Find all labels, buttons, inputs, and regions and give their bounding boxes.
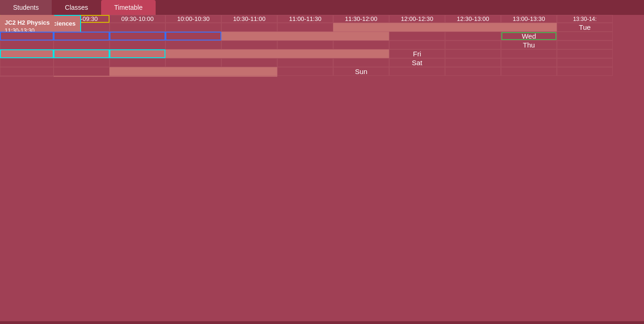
wed-cell-6[interactable] — [221, 40, 277, 49]
fri-cell-5[interactable] — [54, 58, 110, 67]
wed-cell-10[interactable] — [445, 40, 501, 49]
thu-cell-1[interactable] — [557, 40, 613, 49]
mon-cell-2[interactable] — [110, 23, 165, 32]
sat-cell-8[interactable] — [165, 67, 221, 76]
mon-cell-10[interactable] — [501, 23, 557, 32]
wed-cell-3[interactable] — [54, 40, 110, 49]
mon-cell-4[interactable] — [221, 23, 277, 32]
sun-cell-8[interactable] — [110, 76, 165, 77]
fri-cell-10[interactable] — [333, 58, 389, 67]
tab-bar: Students Classes Timetable — [0, 0, 644, 15]
day-label-fri: Fri — [389, 49, 445, 58]
thu-cell-10[interactable] — [333, 49, 389, 58]
sat-cell-4[interactable] — [0, 67, 54, 76]
sun-cell-9[interactable] — [165, 76, 221, 77]
day-label-sun: Sun — [333, 67, 389, 76]
sat-cell-2[interactable] — [501, 58, 557, 67]
tue-cell-3[interactable] — [110, 32, 165, 40]
sun-cell-4[interactable] — [557, 67, 613, 76]
mon-cell-9[interactable] — [445, 23, 501, 32]
time-col-3: 10:30-11:00 — [221, 15, 277, 23]
time-col-5: 11:30-12:00 — [333, 15, 389, 23]
tue-cell-9[interactable] — [389, 32, 445, 40]
thu-cell-4[interactable] — [54, 49, 110, 58]
time-col-9: 13:30-14: — [557, 15, 613, 23]
fri-cell-9[interactable] — [277, 58, 333, 67]
app-container: Students Classes Timetable Time Slots 09… — [0, 0, 644, 321]
fri-cell-3[interactable] — [557, 49, 613, 58]
sat-cell-1[interactable] — [445, 58, 501, 67]
day-label-wed: Wed — [501, 32, 557, 40]
sun-event-physics-title: JC2 H2 Physics — [5, 19, 50, 27]
thu-cell-3[interactable] — [0, 49, 54, 58]
day-label-thu: Thu — [501, 40, 557, 49]
sun-cell-1[interactable] — [389, 67, 445, 76]
wed-cell-1[interactable] — [557, 32, 613, 40]
sun-cell-3[interactable] — [501, 67, 557, 76]
tue-cell-7[interactable] — [277, 32, 333, 40]
sat-cell-3[interactable] — [557, 58, 613, 67]
fri-cell-7[interactable] — [165, 58, 221, 67]
time-col-7: 12:30-13:00 — [445, 15, 501, 23]
sun-cell-5[interactable] — [0, 76, 54, 77]
thu-cell-9[interactable] — [277, 49, 333, 58]
time-col-8: 13:00-13:30 — [501, 15, 557, 23]
wed-cell-5[interactable] — [165, 40, 221, 49]
fri-cell-6[interactable] — [110, 58, 165, 67]
tue-cell-6[interactable] — [221, 32, 277, 40]
time-col-6: 12:00-12:30 — [389, 15, 445, 23]
wed-cell-4[interactable] — [110, 40, 165, 49]
fri-cell-1[interactable] — [445, 49, 501, 58]
thu-cell-8[interactable] — [221, 49, 277, 58]
wed-cell-9[interactable] — [389, 40, 445, 49]
sat-cell-9[interactable] — [221, 67, 277, 76]
sat-cell-5[interactable] — [54, 67, 110, 76]
tue-cell-2[interactable] — [54, 32, 110, 40]
time-col-2: 10:00-10:30 — [165, 15, 221, 23]
day-label-sat: Sat — [389, 58, 445, 67]
sun-cell-10[interactable] — [221, 76, 277, 77]
wed-cell-2[interactable] — [0, 40, 54, 49]
tab-timetable[interactable]: Timetable — [101, 0, 156, 15]
thu-cell-5[interactable] — [110, 49, 165, 58]
tue-cell-8[interactable] — [333, 32, 389, 40]
mon-cell-7[interactable] — [333, 23, 389, 32]
wed-cell-8[interactable] — [333, 40, 389, 49]
fri-cell-8[interactable] — [221, 58, 277, 67]
mon-cell-3[interactable] — [165, 23, 221, 32]
thu-cell-7[interactable] — [165, 49, 221, 58]
wed-cell-7[interactable] — [277, 40, 333, 49]
mon-cell-5[interactable] — [277, 23, 333, 32]
time-col-4: 11:00-11:30 — [277, 15, 333, 23]
tab-classes[interactable]: Classes — [52, 0, 101, 15]
sat-cell-10[interactable] — [277, 67, 333, 76]
tab-students[interactable]: Students — [0, 0, 52, 15]
sat-cell-7[interactable] — [110, 67, 165, 76]
sun-cell-2[interactable] — [445, 67, 501, 76]
tue-cell-10[interactable] — [445, 32, 501, 40]
tue-cell-1[interactable] — [0, 32, 54, 40]
tue-cell-4[interactable] — [165, 32, 221, 40]
fri-cell-4[interactable] — [0, 58, 54, 67]
day-label-tue: Tue — [557, 23, 613, 32]
timetable-grid: Time Slots 09:00-09:30 09:30-10:00 10:00… — [0, 15, 644, 77]
time-col-1: 09:30-10:00 — [110, 15, 165, 23]
fri-cell-2[interactable] — [501, 49, 557, 58]
sun-cell-7[interactable] — [54, 76, 110, 77]
timetable-wrapper[interactable]: Time Slots 09:00-09:30 09:30-10:00 10:00… — [0, 15, 644, 321]
mon-cell-8[interactable] — [389, 23, 445, 32]
